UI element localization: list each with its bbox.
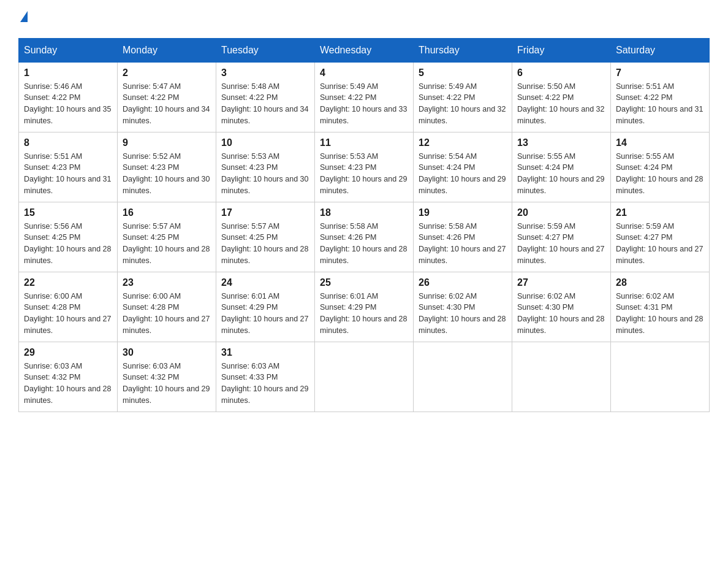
table-row: 29 Sunrise: 6:03 AM Sunset: 4:32 PM Dayl… [19, 342, 118, 412]
day-number: 24 [221, 277, 309, 288]
table-row: 6 Sunrise: 5:50 AM Sunset: 4:22 PM Dayli… [512, 62, 611, 132]
day-number: 29 [24, 347, 112, 358]
day-info: Sunrise: 5:48 AM Sunset: 4:22 PM Dayligh… [221, 81, 309, 127]
day-info: Sunrise: 5:56 AM Sunset: 4:25 PM Dayligh… [24, 221, 112, 267]
header-monday: Monday [118, 38, 216, 62]
table-row: 15 Sunrise: 5:56 AM Sunset: 4:25 PM Dayl… [19, 202, 118, 272]
table-row: 18 Sunrise: 5:58 AM Sunset: 4:26 PM Dayl… [315, 202, 414, 272]
header-wednesday: Wednesday [315, 38, 414, 62]
table-row: 19 Sunrise: 5:58 AM Sunset: 4:26 PM Dayl… [414, 202, 512, 272]
calendar-week-row: 8 Sunrise: 5:51 AM Sunset: 4:23 PM Dayli… [19, 132, 710, 202]
day-number: 18 [320, 207, 408, 218]
calendar-week-row: 15 Sunrise: 5:56 AM Sunset: 4:25 PM Dayl… [19, 202, 710, 272]
header-thursday: Thursday [414, 38, 512, 62]
day-info: Sunrise: 6:00 AM Sunset: 4:28 PM Dayligh… [24, 291, 112, 337]
day-number: 20 [517, 207, 605, 218]
table-row: 31 Sunrise: 6:03 AM Sunset: 4:33 PM Dayl… [216, 342, 315, 412]
calendar-week-row: 22 Sunrise: 6:00 AM Sunset: 4:28 PM Dayl… [19, 272, 710, 342]
day-number: 5 [419, 67, 507, 79]
day-number: 26 [419, 277, 507, 288]
day-number: 1 [24, 67, 112, 79]
day-info: Sunrise: 5:59 AM Sunset: 4:27 PM Dayligh… [517, 221, 605, 267]
day-info: Sunrise: 5:53 AM Sunset: 4:23 PM Dayligh… [320, 151, 408, 197]
day-number: 14 [616, 137, 704, 148]
table-row: 26 Sunrise: 6:02 AM Sunset: 4:30 PM Dayl… [414, 272, 512, 342]
day-number: 22 [24, 277, 112, 288]
day-number: 10 [221, 137, 309, 148]
day-info: Sunrise: 5:57 AM Sunset: 4:25 PM Dayligh… [123, 221, 211, 267]
header [18, 12, 710, 26]
day-info: Sunrise: 6:01 AM Sunset: 4:29 PM Dayligh… [320, 291, 408, 337]
day-number: 16 [123, 207, 211, 218]
day-info: Sunrise: 5:50 AM Sunset: 4:22 PM Dayligh… [517, 81, 605, 127]
table-row: 8 Sunrise: 5:51 AM Sunset: 4:23 PM Dayli… [19, 132, 118, 202]
table-row: 21 Sunrise: 5:59 AM Sunset: 4:27 PM Dayl… [611, 202, 710, 272]
day-number: 19 [419, 207, 507, 218]
day-info: Sunrise: 5:51 AM Sunset: 4:23 PM Dayligh… [24, 151, 112, 197]
day-info: Sunrise: 5:55 AM Sunset: 4:24 PM Dayligh… [517, 151, 605, 197]
calendar-week-row: 1 Sunrise: 5:46 AM Sunset: 4:22 PM Dayli… [19, 62, 710, 132]
table-row [611, 342, 710, 412]
table-row: 11 Sunrise: 5:53 AM Sunset: 4:23 PM Dayl… [315, 132, 414, 202]
day-number: 12 [419, 137, 507, 148]
header-friday: Friday [512, 38, 611, 62]
table-row: 22 Sunrise: 6:00 AM Sunset: 4:28 PM Dayl… [19, 272, 118, 342]
logo-arrow-icon [20, 11, 28, 25]
day-number: 30 [123, 347, 211, 358]
calendar-table: Sunday Monday Tuesday Wednesday Thursday… [18, 38, 710, 412]
table-row: 4 Sunrise: 5:49 AM Sunset: 4:22 PM Dayli… [315, 62, 414, 132]
day-number: 23 [123, 277, 211, 288]
day-info: Sunrise: 6:03 AM Sunset: 4:32 PM Dayligh… [123, 361, 211, 407]
day-number: 21 [616, 207, 704, 218]
day-info: Sunrise: 5:46 AM Sunset: 4:22 PM Dayligh… [24, 81, 112, 127]
table-row: 28 Sunrise: 6:02 AM Sunset: 4:31 PM Dayl… [611, 272, 710, 342]
day-number: 27 [517, 277, 605, 288]
day-number: 2 [123, 67, 211, 79]
table-row: 5 Sunrise: 5:49 AM Sunset: 4:22 PM Dayli… [414, 62, 512, 132]
table-row: 12 Sunrise: 5:54 AM Sunset: 4:24 PM Dayl… [414, 132, 512, 202]
table-row [414, 342, 512, 412]
day-info: Sunrise: 5:49 AM Sunset: 4:22 PM Dayligh… [320, 81, 408, 127]
day-number: 28 [616, 277, 704, 288]
table-row: 16 Sunrise: 5:57 AM Sunset: 4:25 PM Dayl… [118, 202, 216, 272]
logo [18, 12, 28, 26]
day-number: 3 [221, 67, 309, 79]
day-number: 13 [517, 137, 605, 148]
day-info: Sunrise: 5:53 AM Sunset: 4:23 PM Dayligh… [221, 151, 309, 197]
day-number: 9 [123, 137, 211, 148]
table-row: 23 Sunrise: 6:00 AM Sunset: 4:28 PM Dayl… [118, 272, 216, 342]
day-number: 25 [320, 277, 408, 288]
day-number: 15 [24, 207, 112, 218]
day-info: Sunrise: 5:49 AM Sunset: 4:22 PM Dayligh… [419, 81, 507, 127]
day-info: Sunrise: 5:59 AM Sunset: 4:27 PM Dayligh… [616, 221, 704, 267]
day-number: 4 [320, 67, 408, 79]
table-row: 27 Sunrise: 6:02 AM Sunset: 4:30 PM Dayl… [512, 272, 611, 342]
day-number: 31 [221, 347, 309, 358]
day-info: Sunrise: 6:01 AM Sunset: 4:29 PM Dayligh… [221, 291, 309, 337]
header-sunday: Sunday [19, 38, 118, 62]
table-row: 14 Sunrise: 5:55 AM Sunset: 4:24 PM Dayl… [611, 132, 710, 202]
header-tuesday: Tuesday [216, 38, 315, 62]
day-info: Sunrise: 6:00 AM Sunset: 4:28 PM Dayligh… [123, 291, 211, 337]
table-row [315, 342, 414, 412]
day-info: Sunrise: 6:03 AM Sunset: 4:33 PM Dayligh… [221, 361, 309, 407]
table-row: 17 Sunrise: 5:57 AM Sunset: 4:25 PM Dayl… [216, 202, 315, 272]
table-row: 9 Sunrise: 5:52 AM Sunset: 4:23 PM Dayli… [118, 132, 216, 202]
table-row: 20 Sunrise: 5:59 AM Sunset: 4:27 PM Dayl… [512, 202, 611, 272]
day-number: 8 [24, 137, 112, 148]
calendar-week-row: 29 Sunrise: 6:03 AM Sunset: 4:32 PM Dayl… [19, 342, 710, 412]
table-row: 13 Sunrise: 5:55 AM Sunset: 4:24 PM Dayl… [512, 132, 611, 202]
table-row [512, 342, 611, 412]
table-row: 1 Sunrise: 5:46 AM Sunset: 4:22 PM Dayli… [19, 62, 118, 132]
day-number: 6 [517, 67, 605, 79]
day-info: Sunrise: 6:02 AM Sunset: 4:30 PM Dayligh… [419, 291, 507, 337]
table-row: 10 Sunrise: 5:53 AM Sunset: 4:23 PM Dayl… [216, 132, 315, 202]
day-number: 11 [320, 137, 408, 148]
day-info: Sunrise: 5:57 AM Sunset: 4:25 PM Dayligh… [221, 221, 309, 267]
day-info: Sunrise: 5:52 AM Sunset: 4:23 PM Dayligh… [123, 151, 211, 197]
day-info: Sunrise: 5:58 AM Sunset: 4:26 PM Dayligh… [320, 221, 408, 267]
table-row: 25 Sunrise: 6:01 AM Sunset: 4:29 PM Dayl… [315, 272, 414, 342]
day-info: Sunrise: 5:51 AM Sunset: 4:22 PM Dayligh… [616, 81, 704, 127]
day-info: Sunrise: 5:47 AM Sunset: 4:22 PM Dayligh… [123, 81, 211, 127]
day-info: Sunrise: 6:02 AM Sunset: 4:31 PM Dayligh… [616, 291, 704, 337]
